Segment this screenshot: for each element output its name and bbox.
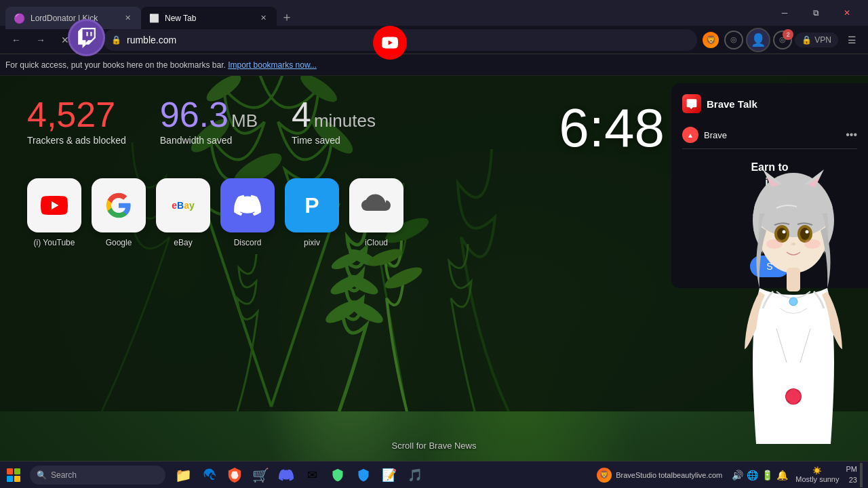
youtube-bookmark-icon	[373, 26, 407, 60]
brave-talk-header: Brave Talk	[682, 94, 857, 113]
taskbar-file-explorer[interactable]: 📁	[171, 463, 195, 487]
bookmark-notice: For quick access, put your books here on…	[5, 60, 317, 70]
tab-active-title: New Tab	[165, 14, 196, 23]
tab-inactive-close[interactable]: ✕	[122, 13, 133, 24]
shortcut-pixiv[interactable]: P pixiv	[285, 178, 339, 247]
back-button[interactable]: ←	[5, 29, 27, 51]
window-controls: ─ ⧉ ✕	[769, 0, 863, 26]
menu-button[interactable]: ☰	[841, 29, 863, 51]
menu-icon: ☰	[848, 35, 856, 45]
brave-talk-icon	[682, 94, 701, 113]
taskbar-edge[interactable]	[197, 463, 221, 487]
weather-icon: ☀️	[812, 466, 822, 475]
brave-lion-icon: 🦁	[703, 32, 719, 48]
forward-button[interactable]: →	[30, 29, 52, 51]
taskbar-app9[interactable]: 📝	[377, 463, 401, 487]
shortcut-discord[interactable]: Discord	[220, 178, 275, 247]
taskbar-discord[interactable]	[274, 463, 298, 487]
close-button[interactable]: ✕	[831, 0, 863, 26]
shortcut-google[interactable]: Google	[92, 178, 146, 247]
taskbar-search[interactable]: 🔍 Search	[30, 466, 165, 485]
toolbar-right: 🦁 ◎ 👤 ◎ 2 🔒 VPN ☰	[700, 28, 863, 52]
toolbar: ← → ✕ ☆ 🔒 rumble.com 🦁 ◎ 👤 ◎ 2	[0, 26, 868, 54]
tab-active[interactable]: ⬜ New Tab ✕	[141, 7, 277, 29]
taskbar-brave[interactable]	[222, 463, 247, 487]
svg-point-18	[754, 183, 833, 237]
taskbar: 🔍 Search 📁 🛒 ✉	[0, 461, 868, 488]
battery-icon[interactable]: 🔋	[760, 468, 774, 482]
show-desktop-button[interactable]	[860, 463, 863, 487]
time-unit: minutes	[314, 112, 376, 129]
import-bookmarks-link[interactable]: Import bookmarks now...	[228, 60, 317, 70]
vpn-label: VPN	[814, 35, 831, 45]
taskbar-vpn[interactable]	[326, 463, 350, 487]
trackers-label: Trackers & ads blocked	[27, 135, 126, 146]
new-tab-button[interactable]: ＋	[277, 7, 297, 27]
taskbar-app10[interactable]: 🎵	[403, 463, 427, 487]
profile-icon[interactable]: 👤	[746, 28, 770, 52]
svg-point-26	[766, 239, 783, 249]
pixiv-icon: P	[285, 178, 339, 232]
weather-widget[interactable]: ☀️ Mostly sunny	[791, 466, 843, 483]
brave-rewards-text: BraveStudio totalbeautylive.com	[616, 471, 722, 479]
ebay-icon: eBay	[156, 178, 210, 232]
brave-lion-button[interactable]: 🦁	[700, 29, 722, 51]
counter-badge-2: ◎ 2	[773, 30, 792, 49]
brave-section-row: ▲ Brave •••	[682, 121, 857, 149]
shortcut-youtube[interactable]: (i) YouTube	[27, 178, 81, 247]
vpn-icon: 🔒	[802, 35, 812, 45]
taskbar-right: 🦁 BraveStudio totalbeautylive.com 🔊 🌐 🔋 …	[591, 463, 868, 487]
taskbar-security[interactable]	[351, 463, 376, 487]
network-icon[interactable]: 🌐	[745, 468, 759, 482]
notification-icon[interactable]: 🔔	[775, 468, 789, 482]
volume-icon[interactable]: 🔊	[730, 468, 744, 482]
vpn-button[interactable]: 🔒 VPN	[795, 33, 838, 47]
minimize-button[interactable]: ─	[769, 0, 800, 26]
taskbar-date-display: 23	[846, 475, 858, 485]
shortcut-icloud[interactable]: iCloud	[349, 178, 403, 247]
discord-label: Discord	[234, 238, 262, 247]
windows-icon	[7, 468, 20, 482]
more-options-button[interactable]: •••	[846, 129, 857, 141]
notification-badge: 2	[783, 29, 793, 40]
sys-icons-group: 🔊 🌐 🔋 🔔	[730, 468, 789, 482]
brave-talk-title: Brave Talk	[707, 98, 757, 110]
anime-character	[719, 159, 868, 451]
tab-active-close[interactable]: ✕	[258, 13, 269, 24]
stream-label: BraveStudio totalbeautylive.com	[616, 471, 722, 479]
tab-inactive-favicon: 🟣	[14, 13, 25, 24]
taskbar-store[interactable]: 🛒	[248, 463, 273, 487]
trackers-count: 4,527	[27, 97, 126, 132]
twitch-overlay[interactable]	[68, 19, 108, 60]
svg-point-22	[800, 228, 810, 240]
tab-strip: 🟣 LordDonator | Kick ✕ ⬜ New Tab ✕ ＋ ─ ⧉…	[0, 0, 868, 26]
brave-rewards-bar[interactable]: 🦁 BraveStudio totalbeautylive.com	[591, 468, 728, 483]
discord-icon	[220, 178, 275, 232]
maximize-button[interactable]: ⧉	[800, 0, 831, 26]
svg-point-27	[804, 239, 821, 249]
icloud-icon	[349, 178, 403, 232]
back-icon: ←	[12, 35, 21, 45]
youtube-bookmark-overlay[interactable]	[373, 26, 410, 63]
svg-point-24	[806, 230, 809, 234]
lock-icon: 🔒	[111, 35, 121, 45]
browser-chrome: 🟣 LordDonator | Kick ✕ ⬜ New Tab ✕ ＋ ─ ⧉…	[0, 0, 868, 76]
taskbar-mail[interactable]: ✉	[300, 463, 324, 487]
stat-bandwidth: 96.3 MB Bandwidth saved	[160, 97, 258, 146]
icloud-label: iCloud	[365, 238, 388, 247]
ebay-label: eBay	[174, 238, 192, 247]
svg-point-23	[783, 230, 786, 234]
shortcuts-section: (i) YouTube Google eBay eBay	[27, 178, 403, 247]
taskbar-clock[interactable]: PM 23	[846, 464, 858, 485]
start-button[interactable]	[0, 462, 27, 489]
brave-rewards-icon: 🦁	[597, 468, 612, 483]
system-tray: 🔊 🌐 🔋 🔔	[730, 468, 789, 482]
bookmark-bar: For quick access, put your books here on…	[0, 54, 868, 76]
brave-news-icon: ▲	[682, 127, 698, 143]
main-content: 4,527 Trackers & ads blocked 96.3 MB Ban…	[0, 77, 868, 461]
stat-time: 4 minutes Time saved	[292, 97, 376, 146]
svg-point-21	[777, 228, 787, 240]
shortcut-ebay[interactable]: eBay eBay	[156, 178, 210, 247]
clock: 6:48	[559, 97, 665, 159]
svg-point-25	[791, 243, 795, 245]
